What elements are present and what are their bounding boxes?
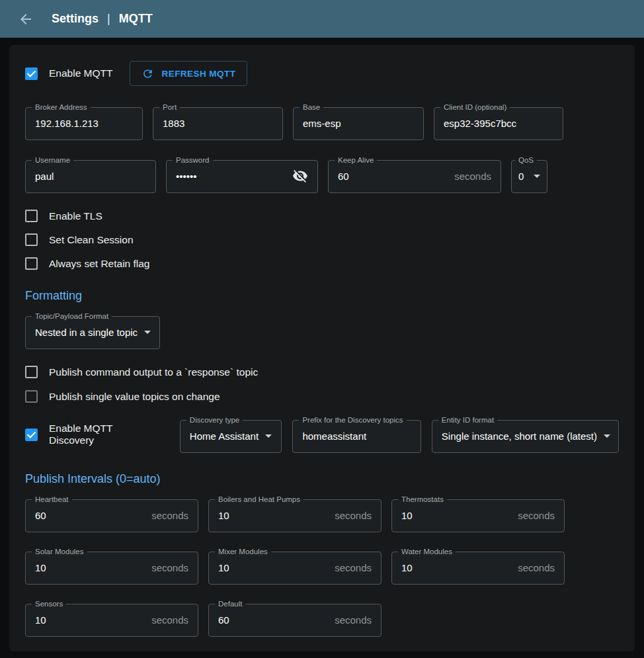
refresh-mqtt-button[interactable]: REFRESH MQTT (130, 61, 247, 86)
interval-sensors-label: Sensors (32, 600, 66, 608)
discovery-type-label: Discovery type (186, 416, 243, 425)
broker-address-input[interactable] (35, 118, 133, 129)
qos-select[interactable]: QoS 0 (511, 156, 547, 193)
password-field[interactable]: Password (166, 156, 318, 193)
entity-id-format-select[interactable]: Entity ID format Single instance, short … (432, 416, 619, 453)
seconds-suffix: seconds (335, 562, 372, 573)
refresh-mqtt-button-label: REFRESH MQTT (161, 69, 235, 79)
interval-water-field[interactable]: Water Modules seconds (391, 548, 565, 585)
enable-mqtt-row: Enable MQTT REFRESH MQTT (25, 61, 619, 86)
broker-address-label: Broker Address (32, 103, 91, 112)
interval-default-input[interactable] (218, 614, 329, 626)
enable-discovery-label: Enable MQTT Discovery (49, 423, 160, 446)
discovery-prefix-label: Prefix for the Discovery topics (299, 416, 406, 425)
base-input[interactable] (303, 118, 414, 129)
enable-tls-label: Enable TLS (49, 210, 102, 222)
back-button[interactable] (18, 11, 34, 27)
interval-water-input[interactable] (401, 562, 512, 573)
retain-flag-checkbox-row[interactable]: Always set Retain flag (25, 257, 619, 270)
entity-id-format-value: Single instance, short name (latest) (442, 431, 597, 442)
password-label: Password (173, 156, 213, 165)
mqtt-settings-card: Enable MQTT REFRESH MQTT Broker Address … (9, 45, 635, 651)
discovery-type-select[interactable]: Discovery type Home Assistant (180, 416, 282, 453)
base-field[interactable]: Base (293, 103, 424, 140)
arrow-back-icon (18, 11, 34, 27)
interval-boilers-field[interactable]: Boilers and Heat Pumps seconds (208, 495, 382, 532)
interval-thermostats-field[interactable]: Thermostats seconds (391, 495, 565, 532)
interval-thermostats-input[interactable] (401, 510, 512, 521)
interval-heartbeat-input[interactable] (35, 510, 146, 521)
username-field[interactable]: Username (25, 156, 156, 193)
interval-mixer-input[interactable] (218, 562, 329, 573)
chevron-down-icon (604, 434, 610, 438)
username-label: Username (32, 156, 73, 165)
enable-mqtt-label: Enable MQTT (49, 67, 112, 79)
keep-alive-field[interactable]: Keep Alive seconds (328, 156, 501, 193)
intervals-grid: Heartbeat seconds Boilers and Heat Pumps… (25, 495, 619, 637)
qos-label: QoS (515, 156, 537, 165)
chevron-down-icon (534, 175, 540, 178)
clean-session-label: Set Clean Session (49, 234, 134, 246)
publish-single-checkbox[interactable] (25, 390, 38, 403)
interval-default-field[interactable]: Default seconds (208, 600, 382, 637)
page-title: MQTT (119, 12, 153, 26)
discovery-row: Enable MQTT Discovery Discovery type Hom… (25, 416, 619, 453)
publish-response-checkbox-row[interactable]: Publish command output to a `response` t… (25, 366, 619, 378)
discovery-prefix-input[interactable] (302, 431, 411, 442)
enable-tls-checkbox-row[interactable]: Enable TLS (25, 210, 619, 222)
username-input[interactable] (35, 171, 146, 182)
base-label: Base (300, 103, 323, 112)
header-divider: | (107, 12, 110, 26)
interval-mixer-label: Mixer Modules (215, 548, 271, 556)
interval-sensors-field[interactable]: Sensors seconds (25, 600, 198, 637)
enable-mqtt-checkbox-row[interactable]: Enable MQTT (25, 67, 112, 80)
seconds-suffix: seconds (518, 510, 555, 521)
entity-id-format-label: Entity ID format (438, 416, 497, 425)
qos-value: 0 (518, 171, 524, 182)
interval-heartbeat-label: Heartbeat (32, 495, 72, 504)
interval-mixer-field[interactable]: Mixer Modules seconds (208, 548, 382, 585)
client-id-input[interactable] (444, 118, 553, 129)
enable-discovery-checkbox-row[interactable]: Enable MQTT Discovery (25, 423, 160, 446)
refresh-icon (141, 67, 154, 80)
clean-session-checkbox-row[interactable]: Set Clean Session (25, 233, 619, 246)
publish-response-label: Publish command output to a `response` t… (49, 366, 258, 378)
enable-discovery-checkbox[interactable] (25, 429, 38, 441)
seconds-suffix: seconds (518, 562, 555, 573)
interval-boilers-input[interactable] (218, 510, 329, 521)
seconds-suffix: seconds (335, 510, 372, 521)
app-header: Settings | MQTT (0, 0, 644, 38)
broker-address-field[interactable]: Broker Address (25, 103, 143, 140)
interval-default-label: Default (215, 600, 245, 608)
keep-alive-input[interactable] (338, 171, 449, 182)
chevron-down-icon (144, 331, 151, 334)
retain-flag-checkbox[interactable] (25, 257, 38, 270)
enable-tls-checkbox[interactable] (25, 210, 38, 222)
interval-solar-input[interactable] (35, 562, 146, 573)
header-settings-title: Settings (52, 12, 99, 26)
topic-format-select[interactable]: Topic/Payload Format Nested in a single … (25, 312, 160, 349)
interval-solar-field[interactable]: Solar Modules seconds (25, 548, 198, 585)
visibility-off-icon[interactable] (292, 168, 308, 184)
password-input[interactable] (176, 171, 287, 182)
keep-alive-label: Keep Alive (335, 156, 377, 165)
interval-sensors-input[interactable] (35, 614, 146, 626)
publish-single-checkbox-row[interactable]: Publish single value topics on change (25, 390, 619, 403)
port-input[interactable] (163, 118, 273, 129)
chevron-down-icon (265, 434, 272, 438)
seconds-suffix: seconds (454, 171, 491, 182)
interval-heartbeat-field[interactable]: Heartbeat seconds (25, 495, 198, 532)
breadcrumb: Settings | MQTT (52, 12, 153, 26)
client-id-field[interactable]: Client ID (optional) (434, 103, 563, 140)
client-id-label: Client ID (optional) (440, 103, 510, 112)
port-label: Port (159, 103, 180, 112)
connection-fields-row-2: Username Password Keep Alive seconds QoS… (25, 156, 619, 193)
seconds-suffix: seconds (335, 614, 372, 626)
publish-response-checkbox[interactable] (25, 366, 38, 378)
publish-single-label: Publish single value topics on change (49, 391, 220, 403)
topic-format-label: Topic/Payload Format (32, 312, 112, 321)
discovery-prefix-field[interactable]: Prefix for the Discovery topics (292, 416, 421, 453)
port-field[interactable]: Port (153, 103, 283, 140)
enable-mqtt-checkbox[interactable] (25, 67, 38, 80)
clean-session-checkbox[interactable] (25, 233, 38, 246)
